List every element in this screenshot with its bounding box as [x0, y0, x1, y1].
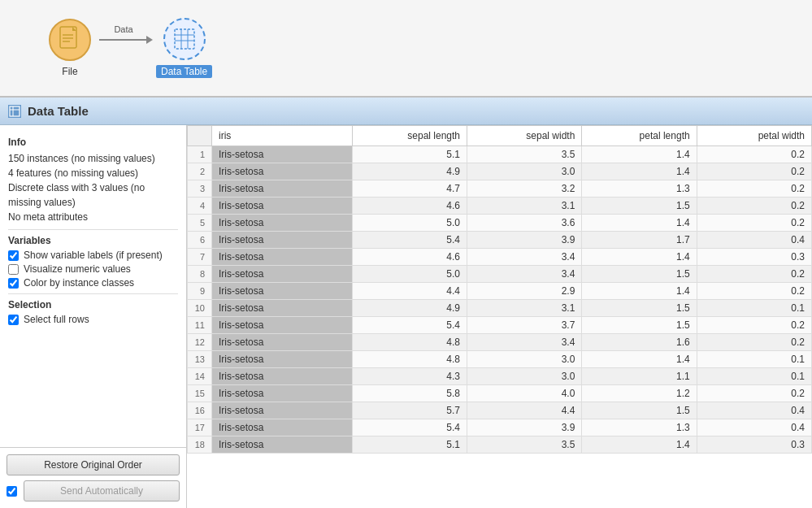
- cell-num: 11: [188, 317, 212, 334]
- cell-iris: Iris-setosa: [212, 198, 353, 215]
- cell-sepal-length: 4.9: [352, 163, 467, 180]
- table-row[interactable]: 15Iris-setosa5.84.01.20.2: [188, 385, 812, 402]
- data-table-node-label: Data Table: [156, 65, 212, 78]
- table-header-row: iris sepal length sepal width petal leng…: [188, 126, 812, 146]
- table-row[interactable]: 17Iris-setosa5.43.91.30.4: [188, 419, 812, 436]
- table-row[interactable]: 6Iris-setosa5.43.91.70.4: [188, 232, 812, 249]
- cell-sepal-width: 3.4: [467, 334, 582, 351]
- cell-sepal-length: 4.4: [352, 283, 467, 300]
- color-by-class-checkbox[interactable]: [8, 278, 19, 289]
- table-row[interactable]: 16Iris-setosa5.74.41.50.4: [188, 402, 812, 419]
- visualize-numeric-label: Visualize numeric values: [24, 263, 131, 275]
- col-header-sepal-length[interactable]: sepal length: [352, 126, 467, 146]
- cell-sepal-width: 3.0: [467, 368, 582, 385]
- cell-sepal-length: 4.3: [352, 368, 467, 385]
- cell-sepal-width: 3.1: [467, 198, 582, 215]
- cell-sepal-length: 5.4: [352, 232, 467, 249]
- col-header-petal-width[interactable]: petal width: [697, 126, 811, 146]
- page-title: Data Table: [28, 104, 89, 118]
- cell-petal-length: 1.5: [582, 317, 697, 334]
- cell-petal-length: 1.3: [582, 180, 697, 198]
- cell-petal-length: 1.6: [582, 334, 697, 351]
- col-header-num[interactable]: [188, 126, 212, 146]
- cell-iris: Iris-setosa: [212, 351, 353, 368]
- color-by-class-row[interactable]: Color by instance classes: [8, 277, 178, 289]
- cell-petal-width: 0.4: [697, 232, 811, 249]
- cell-num: 2: [188, 163, 212, 180]
- table-row[interactable]: 14Iris-setosa4.33.01.10.1: [188, 368, 812, 385]
- info-class: Discrete class with 3 values (no missing…: [8, 180, 178, 210]
- col-header-iris[interactable]: iris: [212, 126, 353, 146]
- table-row[interactable]: 5Iris-setosa5.03.61.40.2: [188, 215, 812, 232]
- data-table-node[interactable]: Data Table: [156, 18, 212, 78]
- main-area: Data Table Info 150 instances (no missin…: [0, 98, 812, 508]
- info-instances: 150 instances (no missing values): [8, 151, 178, 166]
- cell-sepal-length: 4.8: [352, 351, 467, 368]
- cell-iris: Iris-setosa: [212, 385, 353, 402]
- cell-petal-width: 0.2: [697, 317, 811, 334]
- cell-sepal-width: 3.0: [467, 163, 582, 180]
- sidebar: Info 150 instances (no missing values) 4…: [0, 125, 187, 508]
- cell-num: 7: [188, 249, 212, 266]
- send-automatically-button[interactable]: Send Automatically: [24, 480, 180, 501]
- cell-petal-length: 1.2: [582, 385, 697, 402]
- cell-petal-length: 1.4: [582, 351, 697, 368]
- table-row[interactable]: 7Iris-setosa4.63.41.40.3: [188, 249, 812, 266]
- cell-sepal-length: 5.0: [352, 215, 467, 232]
- table-row[interactable]: 12Iris-setosa4.83.41.60.2: [188, 334, 812, 351]
- cell-sepal-width: 3.5: [467, 436, 582, 454]
- cell-sepal-length: 5.8: [352, 385, 467, 402]
- table-row[interactable]: 11Iris-setosa5.43.71.50.2: [188, 317, 812, 334]
- send-auto-checkbox[interactable]: [7, 486, 17, 497]
- data-table-node-icon: [163, 18, 206, 60]
- col-header-petal-length[interactable]: petal length: [582, 126, 697, 146]
- cell-sepal-width: 4.0: [467, 385, 582, 402]
- col-header-sepal-width[interactable]: sepal width: [467, 126, 582, 146]
- table-row[interactable]: 4Iris-setosa4.63.11.50.2: [188, 198, 812, 215]
- cell-num: 14: [188, 368, 212, 385]
- table-row[interactable]: 8Iris-setosa5.03.41.50.2: [188, 266, 812, 283]
- visualize-numeric-row[interactable]: Visualize numeric values: [8, 263, 178, 275]
- cell-num: 9: [188, 283, 212, 300]
- cell-petal-width: 0.1: [697, 368, 811, 385]
- table-row[interactable]: 9Iris-setosa4.42.91.40.2: [188, 283, 812, 300]
- cell-petal-width: 0.3: [697, 436, 811, 454]
- cell-iris: Iris-setosa: [212, 402, 353, 419]
- cell-iris: Iris-setosa: [212, 215, 353, 232]
- select-full-rows-checkbox[interactable]: [8, 315, 19, 325]
- cell-petal-width: 0.2: [697, 198, 811, 215]
- cell-sepal-width: 3.2: [467, 180, 582, 198]
- table-row[interactable]: 10Iris-setosa4.93.11.50.1: [188, 300, 812, 317]
- cell-num: 4: [188, 198, 212, 215]
- select-full-rows-label: Select full rows: [24, 314, 89, 325]
- cell-sepal-width: 3.4: [467, 266, 582, 283]
- cell-sepal-width: 2.9: [467, 283, 582, 300]
- cell-petal-length: 1.4: [582, 249, 697, 266]
- table-row[interactable]: 1Iris-setosa5.13.51.40.2: [188, 146, 812, 163]
- table-row[interactable]: 2Iris-setosa4.93.01.40.2: [188, 163, 812, 180]
- cell-sepal-width: 3.6: [467, 215, 582, 232]
- cell-num: 3: [188, 180, 212, 198]
- show-labels-checkbox[interactable]: [8, 250, 19, 261]
- table-row[interactable]: 13Iris-setosa4.83.01.40.1: [188, 351, 812, 368]
- show-labels-row[interactable]: Show variable labels (if present): [8, 250, 178, 261]
- header-bar: Data Table: [0, 98, 812, 125]
- show-labels-label: Show variable labels (if present): [24, 250, 163, 261]
- file-node[interactable]: File: [49, 19, 91, 77]
- restore-order-button[interactable]: Restore Original Order: [7, 454, 180, 475]
- cell-sepal-width: 3.1: [467, 300, 582, 317]
- table-row[interactable]: 18Iris-setosa5.13.51.40.3: [188, 436, 812, 454]
- cell-sepal-length: 5.4: [352, 419, 467, 436]
- select-full-rows-row[interactable]: Select full rows: [8, 314, 178, 325]
- cell-iris: Iris-setosa: [212, 266, 353, 283]
- cell-num: 1: [188, 146, 212, 163]
- data-table-area[interactable]: iris sepal length sepal width petal leng…: [187, 125, 812, 508]
- cell-sepal-width: 3.7: [467, 317, 582, 334]
- cell-petal-width: 0.2: [697, 385, 811, 402]
- file-node-label: File: [62, 66, 77, 77]
- sidebar-content: Info 150 instances (no missing values) 4…: [0, 125, 186, 447]
- selection-section-title: Selection: [8, 299, 178, 310]
- table-row[interactable]: 3Iris-setosa4.73.21.30.2: [188, 180, 812, 198]
- cell-petal-width: 0.3: [697, 249, 811, 266]
- visualize-numeric-checkbox[interactable]: [8, 264, 19, 275]
